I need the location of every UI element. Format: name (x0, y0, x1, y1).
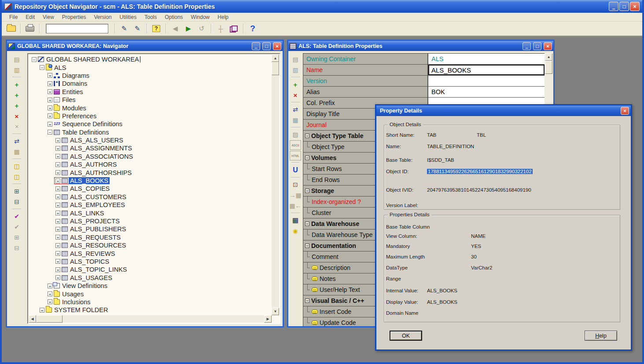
menu-item[interactable]: Help (213, 13, 232, 21)
properties-maximize-button[interactable]: □ (533, 42, 541, 50)
toolbar-icon[interactable]: ◫ (11, 161, 22, 171)
menu-item[interactable]: Tools (140, 13, 161, 21)
toolbar-icon[interactable]: ⊞ (11, 186, 22, 196)
tree-item-label[interactable]: View Definitions (61, 282, 109, 289)
tree-vertical-scrollbar[interactable]: ▲ ▼ (272, 55, 279, 315)
menu-item[interactable]: Window (187, 13, 214, 21)
help-button[interactable]: ? (247, 23, 258, 34)
menu-item[interactable]: View (39, 13, 58, 21)
tree-item-label[interactable]: ALS_REVIEWS (69, 250, 116, 257)
property-label-cell[interactable]: − Alias (303, 87, 428, 97)
property-row[interactable]: − Version (303, 76, 545, 87)
tree-item-label[interactable]: Table Definitions (61, 129, 110, 136)
new-wand-button[interactable]: ✎ (118, 23, 130, 34)
tree-item[interactable]: + ALS_ASSOCIATIONS (29, 153, 272, 160)
property-row[interactable]: − Name ALS_BOOKS (303, 65, 545, 76)
tree-item-label[interactable]: ALS_RESOURCES (69, 242, 127, 249)
help-button[interactable]: Help (585, 331, 617, 341)
tree-expander[interactable]: + (55, 267, 60, 272)
toolbar-icon[interactable]: ▤ (11, 55, 22, 64)
tree-expander[interactable]: + (48, 81, 52, 86)
tree-item-label[interactable]: ALS (53, 64, 67, 71)
tree-expander[interactable]: + (55, 259, 60, 264)
tree-expander[interactable]: − (48, 130, 52, 135)
dialog-close-button[interactable]: × (621, 107, 629, 115)
navigator-close-button[interactable]: × (273, 42, 281, 50)
tree-item[interactable]: + ALS_COPIES (29, 185, 272, 193)
tree-expander[interactable]: + (48, 89, 52, 94)
tree-item-label[interactable]: Domains (61, 80, 88, 87)
tree-item[interactable]: + ALS_LINKS (29, 209, 272, 217)
group-collapse-icon[interactable]: − (305, 156, 309, 160)
tree-item[interactable]: + Files (29, 96, 272, 104)
tree-expander[interactable]: + (48, 284, 52, 288)
group-collapse-icon[interactable]: − (305, 222, 309, 226)
back-button[interactable]: ◀ (169, 23, 181, 34)
tree-item[interactable]: + Preferences (29, 112, 272, 120)
tree-item[interactable]: + ALS_REQUESTS (29, 233, 272, 241)
tree-item-label[interactable]: Preferences (61, 113, 98, 120)
tree-expander[interactable]: + (48, 113, 52, 118)
toolbar-icon[interactable]: ▦ (290, 215, 301, 225)
tree-item[interactable]: + ALS_BOOKS (29, 177, 272, 185)
toolbar-icon[interactable]: × (11, 111, 22, 121)
property-value-cell[interactable]: ALS_BOOKS (428, 65, 545, 75)
tree-item[interactable]: + ALS_REVIEWS (29, 249, 272, 257)
scrollbar-thumb[interactable] (272, 62, 279, 75)
tree-item-label[interactable]: ALS_AUTHORSHIPS (69, 169, 133, 176)
forward-button[interactable]: ▶ (183, 23, 194, 34)
tree-item-label[interactable]: ALS_COPIES (69, 185, 111, 192)
tree-item-label[interactable]: ALS_BOOKS (69, 177, 110, 184)
tree-item[interactable]: + Domains (29, 80, 272, 87)
tree-item-label[interactable]: ALS_LINKS (69, 210, 105, 217)
toolbar-icon[interactable]: + (290, 80, 301, 89)
tree-item[interactable]: + ALS_PUBLISHERS (29, 225, 272, 233)
find-object-input[interactable] (46, 24, 108, 33)
toolbar-icon[interactable]: + (11, 80, 22, 89)
tree-item-label[interactable]: ALS_TOPIC_LINKS (69, 266, 129, 273)
property-row[interactable]: − Owning Container ALS (303, 54, 545, 65)
open-workarea-button[interactable] (5, 23, 17, 34)
tree-item[interactable]: − Table Definitions (29, 128, 272, 136)
tree-item[interactable]: + Inclusions (29, 298, 272, 306)
scroll-up-icon[interactable]: ▲ (272, 55, 279, 62)
tree-expander[interactable]: + (48, 98, 52, 102)
toolbar-icon[interactable]: ▨ (290, 130, 301, 139)
tree-item-label[interactable]: Sequence Definitions (61, 120, 124, 127)
query-clipboard-button[interactable]: ? (151, 23, 162, 34)
navigator-minimize-button[interactable]: – (252, 42, 260, 50)
tree-item[interactable]: + ALS_ALS_USERS (29, 136, 272, 144)
tree-item[interactable]: + ALS_TOPICS (29, 258, 272, 266)
toolbar-icon[interactable]: ⊡ (290, 180, 301, 189)
tree-item-label[interactable]: ALS_CUSTOMERS (69, 193, 128, 200)
tree-item-label[interactable]: ALS_ASSIGNMENTS (69, 145, 133, 152)
toolbar-icon[interactable]: ✔ (11, 222, 22, 232)
toolbar-icon[interactable]: →▦ (290, 190, 301, 200)
toolbar-icon[interactable]: + (11, 101, 22, 110)
menu-item[interactable]: Properties (58, 13, 90, 21)
tree-item-label[interactable]: ALS_ALS_USERS (69, 137, 125, 144)
toolbar-icon[interactable]: ⇄ (290, 105, 301, 114)
tree-item-label[interactable]: Usages (61, 291, 85, 298)
ok-button[interactable]: OK (390, 331, 422, 341)
tree-expander[interactable]: + (48, 106, 52, 110)
tree-item-label[interactable]: ALS_EMPLOYEES (69, 201, 126, 208)
scroll-down-icon[interactable]: ▼ (272, 308, 279, 315)
tree-item-label[interactable]: ALS_REQUESTS (69, 234, 122, 241)
property-value-cell[interactable]: BOK (428, 87, 545, 97)
scrollbar-thumb[interactable] (36, 315, 63, 323)
toolbar-icon[interactable]: ◫ (11, 172, 22, 182)
tree-item-label[interactable]: GLOBAL SHARED WORKAREA (45, 56, 142, 63)
tree-expander[interactable]: + (55, 251, 60, 256)
tree-expander[interactable]: + (48, 73, 52, 78)
menu-item[interactable]: Options (161, 13, 187, 21)
tree-expander[interactable]: + (40, 308, 44, 313)
tree-expander[interactable]: + (55, 211, 60, 215)
toolbar-icon[interactable]: ◉ (290, 226, 301, 236)
tree-expander[interactable]: − (40, 65, 44, 70)
maximize-button[interactable]: □ (619, 2, 629, 11)
tree-item[interactable]: − ALS (29, 63, 272, 71)
tree-expander[interactable]: + (55, 203, 60, 207)
tree-item-label[interactable]: Files (61, 96, 77, 103)
tree-item[interactable]: + ALS_RESOURCES (29, 241, 272, 249)
